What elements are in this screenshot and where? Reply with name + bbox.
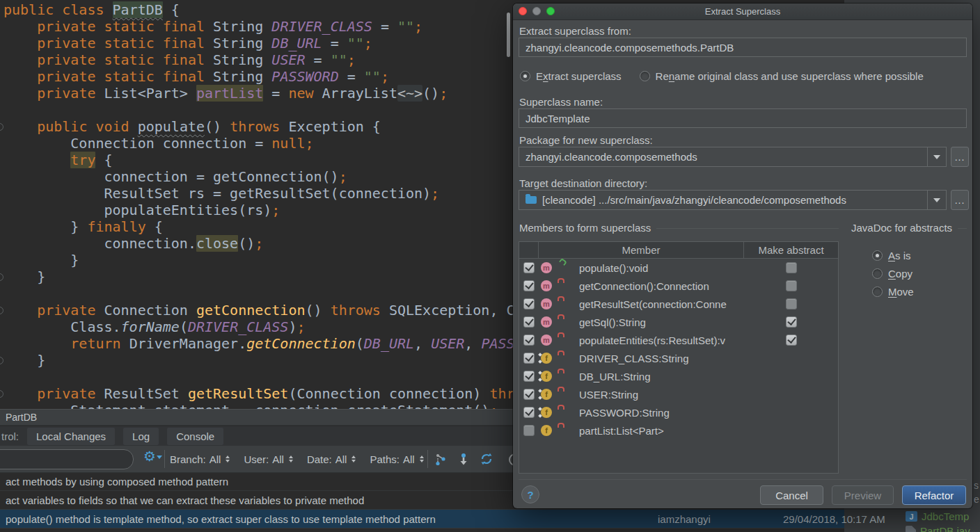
member-checkbox[interactable] xyxy=(523,353,535,364)
filter-label: Date: xyxy=(307,453,332,465)
code-line: return DriverManager.getConnection(DB_UR… xyxy=(3,335,513,352)
member-checkbox[interactable] xyxy=(523,316,535,328)
code-line: Statement statement = connection.createS… xyxy=(3,402,513,409)
member-row[interactable]: mpopulateEntities(rs:ResultSet):v xyxy=(519,331,838,349)
refactor-button[interactable]: Refactor xyxy=(902,485,966,505)
project-tree-item[interactable]: J JdbcTemp xyxy=(906,510,969,522)
dialog-titlebar[interactable]: Extract Superclass xyxy=(513,3,972,20)
member-checkbox[interactable] xyxy=(523,262,535,273)
commit-message: act methods by using composed method pat… xyxy=(6,476,228,487)
cancel-button[interactable]: Cancel xyxy=(760,485,823,505)
code-line: private static final String USER = ""; xyxy=(3,51,513,68)
divider xyxy=(427,450,428,468)
make-abstract-checkbox[interactable] xyxy=(786,280,797,291)
vcs-tab-console[interactable]: Console xyxy=(167,428,223,445)
member-name: USER:String xyxy=(579,389,638,401)
zoom-button[interactable] xyxy=(546,7,555,15)
method-icon: m xyxy=(541,280,552,291)
filter-label: Branch: xyxy=(170,453,206,465)
radio-button[interactable] xyxy=(872,268,883,279)
commit-graph-icon[interactable] xyxy=(434,453,448,466)
javadoc-option-as-is[interactable]: As is xyxy=(872,250,914,261)
make-abstract-checkbox[interactable] xyxy=(786,316,797,328)
filter-value: All xyxy=(272,453,284,465)
code-editor[interactable]: public class PartDB { private static fin… xyxy=(0,0,513,409)
project-tree-item[interactable]: PartDB.jav xyxy=(906,525,970,532)
package-browse-button[interactable]: ... xyxy=(951,147,969,167)
mode-option-0[interactable]: Extract superclass xyxy=(520,70,622,82)
extract-superclass-dialog: Extract Superclass Extract superclass fr… xyxy=(513,3,972,508)
code-line: try { xyxy=(3,152,513,168)
help-button[interactable]: ? xyxy=(521,485,539,503)
members-rows: mpopulate():voidmgetConnection():Connect… xyxy=(519,259,838,440)
from-label: Extract superclass from: xyxy=(519,25,631,37)
superclass-name-label: Superclass name: xyxy=(519,96,603,108)
filter-branch[interactable]: Branch:All xyxy=(170,453,230,465)
editor-scrollbar-thumb[interactable] xyxy=(507,13,510,57)
make-abstract-checkbox[interactable] xyxy=(786,298,797,309)
javadoc-radio-group: As isCopyMove xyxy=(872,250,914,298)
gear-icon[interactable]: ⚙ xyxy=(143,448,162,465)
preview-button[interactable]: Preview xyxy=(832,485,894,505)
superclass-name-input[interactable]: JdbcTemplate xyxy=(519,108,967,128)
member-checkbox[interactable] xyxy=(523,334,535,346)
refresh-icon[interactable] xyxy=(480,452,493,466)
code-line xyxy=(3,369,513,385)
javadoc-option-move[interactable]: Move xyxy=(872,286,914,298)
commit-row[interactable]: populate() method is template method, so… xyxy=(0,510,844,529)
from-field[interactable]: zhangyi.cleancode.composemethods.PartDB xyxy=(519,38,967,57)
javadoc-option-copy[interactable]: Copy xyxy=(872,268,914,280)
member-row[interactable]: fPASSWORD:String xyxy=(519,403,838,421)
filter-paths[interactable]: Paths:All xyxy=(370,453,423,465)
make-abstract-checkbox[interactable] xyxy=(786,262,797,273)
radio-button[interactable] xyxy=(640,71,650,81)
checkbox-column-header xyxy=(519,242,539,258)
radio-button[interactable] xyxy=(872,287,883,297)
member-checkbox[interactable] xyxy=(523,298,535,309)
target-directory-combobox[interactable]: [cleancode] .../src/main/java/zhangyi/cl… xyxy=(519,190,947,210)
package-combobox[interactable]: zhangyi.cleancode.composemethods xyxy=(519,147,947,167)
code-area: public class PartDB { private static fin… xyxy=(3,1,513,409)
sorter-icon xyxy=(351,456,356,462)
member-row[interactable]: mgetConnection():Connection xyxy=(519,277,838,295)
method-icon: m xyxy=(541,316,552,328)
member-checkbox[interactable] xyxy=(523,371,535,382)
member-checkbox[interactable] xyxy=(523,425,535,436)
member-row[interactable]: fpartList:List<Part> xyxy=(519,421,838,440)
go-to-hash-icon[interactable] xyxy=(457,453,470,466)
chevron-down-icon[interactable] xyxy=(927,191,946,209)
target-browse-button[interactable]: ... xyxy=(951,190,969,210)
package-value: zhangyi.cleancode.composemethods xyxy=(525,151,697,163)
make-abstract-checkbox[interactable] xyxy=(786,334,797,346)
members-title: Members to form superclass xyxy=(519,222,651,234)
search-input[interactable] xyxy=(0,449,134,469)
radio-button[interactable] xyxy=(520,71,530,81)
superclass-name-value: JdbcTemplate xyxy=(525,113,590,124)
filter-user[interactable]: User:All xyxy=(244,453,293,465)
member-row[interactable]: mpopulate():void xyxy=(519,259,838,277)
make-abstract-column-header[interactable]: Make abstract xyxy=(744,242,838,258)
from-value: zhangyi.cleancode.composemethods.PartDB xyxy=(525,42,734,54)
member-checkbox[interactable] xyxy=(523,280,535,291)
member-row[interactable]: fDB_URL:String xyxy=(519,367,838,385)
member-checkbox[interactable] xyxy=(523,389,535,400)
vcs-tab-log[interactable]: Log xyxy=(123,428,159,445)
code-line: Connection connection = null; xyxy=(3,135,513,152)
window-controls xyxy=(519,7,555,15)
filter-date[interactable]: Date:All xyxy=(307,453,356,465)
member-row[interactable]: mgetSql():String xyxy=(519,313,838,331)
target-directory-value: [cleancode] .../src/main/java/zhangyi/cl… xyxy=(542,194,846,206)
chevron-down-icon[interactable] xyxy=(927,147,946,166)
member-checkbox[interactable] xyxy=(523,407,535,418)
member-row[interactable]: mgetResultSet(connection:Conne xyxy=(519,295,838,313)
member-row[interactable]: fDRIVER_CLASS:String xyxy=(519,349,838,367)
mode-option-1[interactable]: Rename original class and use superclass… xyxy=(640,70,924,82)
member-column-header[interactable]: Member xyxy=(539,242,744,258)
member-row[interactable]: fUSER:String xyxy=(519,385,838,403)
breadcrumb[interactable]: PartDB xyxy=(6,412,37,423)
minimize-button[interactable] xyxy=(532,7,541,15)
sorter-icon xyxy=(226,456,230,462)
close-button[interactable] xyxy=(519,7,527,15)
radio-button[interactable] xyxy=(872,250,883,261)
vcs-tab-local-changes[interactable]: Local Changes xyxy=(27,428,115,445)
